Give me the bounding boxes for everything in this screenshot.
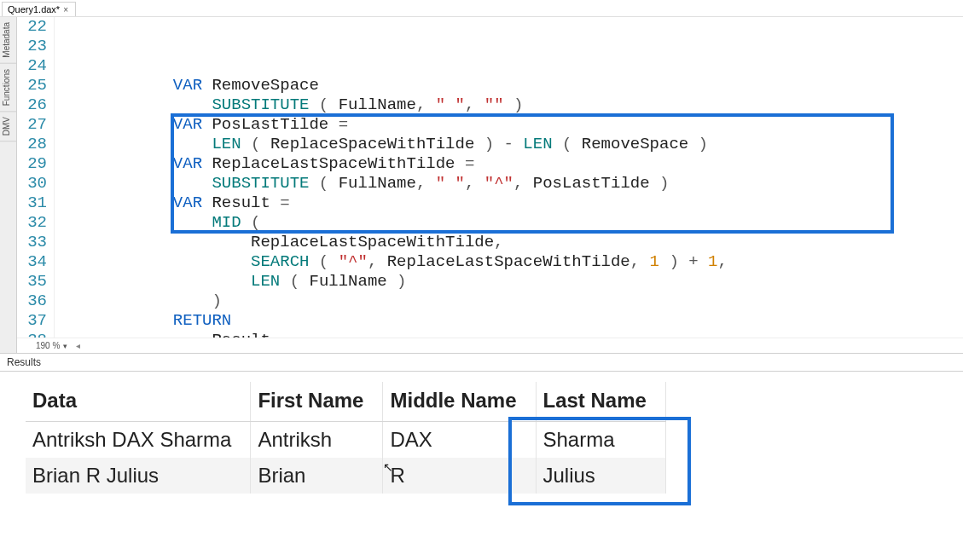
side-tabs: Metadata Functions DMV [0, 17, 17, 353]
side-tab-metadata[interactable]: Metadata [0, 17, 16, 64]
tab-query1[interactable]: Query1.dax* × [2, 2, 76, 16]
col-header[interactable]: Last Name [536, 382, 665, 422]
results-header: Results [0, 354, 963, 372]
table-cell: R [383, 458, 536, 494]
zoom-value[interactable]: 190 % [36, 341, 60, 350]
table-cell: Sharma [536, 422, 665, 459]
results-label: Results [7, 356, 41, 368]
editor-region: Metadata Functions DMV 22232425262728293… [0, 17, 963, 354]
table-cell: Antriksh DAX Sharma [26, 422, 251, 459]
code-line[interactable]: LEN ( ReplaceSpaceWithTilde ) - LEN ( Re… [56, 135, 963, 154]
code-line[interactable]: ReplaceLastSpaceWithTilde, [56, 233, 963, 252]
code-line[interactable]: SUBSTITUTE ( FullName, " ", "^", PosLast… [56, 174, 963, 193]
col-header[interactable]: Data [26, 382, 251, 422]
code-line[interactable]: MID ( [56, 213, 963, 233]
table-row[interactable]: Antriksh DAX SharmaAntrikshDAXSharma [26, 422, 665, 459]
code-line[interactable]: SEARCH ( "^", ReplaceLastSpaceWithTilde,… [56, 252, 963, 272]
code-line[interactable]: VAR PosLastTilde = [56, 115, 963, 135]
editor-area: 2223242526272829303132333435363738 VAR R… [17, 17, 963, 353]
code-line[interactable]: VAR ReplaceLastSpaceWithTilde = [56, 154, 963, 174]
close-icon[interactable]: × [63, 5, 68, 14]
table-row[interactable]: Brian R JuliusBrianRJulius [26, 458, 665, 494]
table-cell: DAX [383, 422, 536, 459]
table-cell: Brian R Julius [26, 458, 251, 494]
code-line[interactable]: VAR Result = [56, 193, 963, 213]
code-scroll[interactable]: 2223242526272829303132333435363738 VAR R… [17, 17, 963, 338]
side-tab-functions[interactable]: Functions [0, 64, 16, 112]
code-line[interactable]: LEN ( FullName ) [56, 272, 963, 292]
code-line[interactable]: ) [56, 292, 963, 311]
col-header[interactable]: Middle Name [383, 382, 536, 422]
code-line[interactable]: Result [56, 331, 963, 338]
results-table: Data First Name Middle Name Last Name An… [26, 382, 666, 494]
table-cell: Antriksh [251, 422, 383, 459]
zoom-bar: 190 % ▾ ◂ [17, 338, 963, 353]
table-cell: Julius [536, 458, 665, 494]
scroll-left-icon[interactable]: ◂ [76, 341, 80, 350]
chevron-down-icon[interactable]: ▾ [63, 342, 67, 350]
tab-title: Query1.dax* [8, 4, 60, 14]
table-cell: Brian [251, 458, 383, 494]
col-header[interactable]: First Name [251, 382, 383, 422]
code-editor[interactable]: VAR RemoveSpace SUBSTITUTE ( FullName, "… [55, 17, 963, 338]
results-pane: Data First Name Middle Name Last Name An… [0, 372, 963, 507]
tab-bar: Query1.dax* × [0, 0, 963, 17]
code-line[interactable]: RETURN [56, 311, 963, 331]
code-line[interactable]: VAR RemoveSpace [56, 76, 963, 95]
side-tab-dmv[interactable]: DMV [0, 112, 16, 141]
line-gutter: 2223242526272829303132333435363738 [17, 17, 55, 338]
code-line[interactable]: SUBSTITUTE ( FullName, " ", "" ) [56, 95, 963, 115]
